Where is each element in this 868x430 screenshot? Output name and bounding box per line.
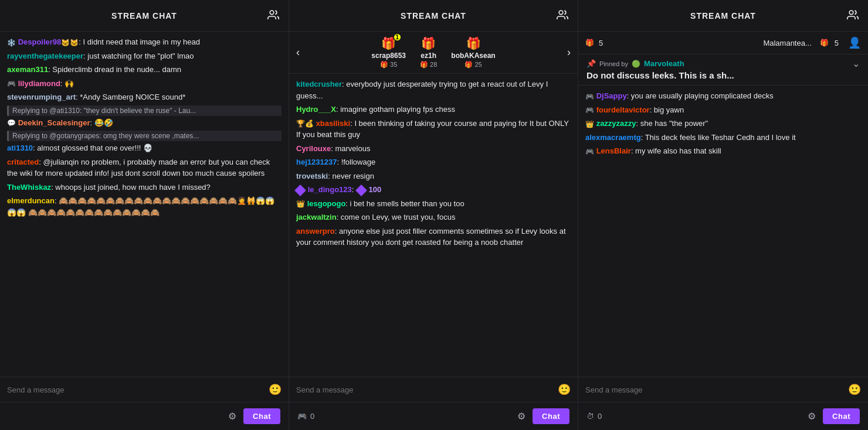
list-item: kitedcrusher: everybody just desperately…	[296, 79, 571, 101]
emoji-icon[interactable]: 🙂	[269, 383, 282, 396]
username[interactable]: Despoiler98	[18, 37, 62, 46]
message-input[interactable]	[296, 385, 553, 394]
username[interactable]: alexmacraemtg	[585, 133, 641, 142]
message-input[interactable]	[7, 385, 264, 394]
username[interactable]: fourdeltavictor	[596, 105, 650, 114]
panel2-footer: 🎮 0 ⚙ Chat	[289, 402, 578, 430]
list-item: hej1231237: !followage	[296, 156, 571, 168]
panel3-input-area: 🙂	[578, 377, 868, 402]
username[interactable]: xbasiliski	[316, 119, 351, 128]
username[interactable]: Hydro___X	[296, 105, 336, 114]
emoji-icon[interactable]: 🙂	[848, 383, 861, 396]
username[interactable]: lilydiamond	[18, 79, 60, 88]
panel2-input-area: 🙂	[289, 377, 578, 402]
chat-header-3: STREAM CHAT	[578, 0, 868, 32]
users-icon[interactable]	[847, 9, 859, 22]
gear-icon[interactable]: ⚙	[228, 411, 236, 422]
list-item: elmerduncan: 🙈🙈🙈🙈🙈🙈🙈🙈🙈🙈🙈🙈🙈🙈🙈🙈🙈🙈🙈🤦🙀😱😱😱😱 🙈…	[7, 195, 282, 218]
username[interactable]: Deekin_Scalesinger	[18, 118, 90, 127]
list-item: rayventhegatekeeper: just watching for t…	[7, 50, 282, 62]
username[interactable]: trovetski	[296, 172, 328, 180]
sub-name: Malamanteа...	[763, 39, 811, 47]
username[interactable]: stevenrumping_art	[7, 93, 76, 101]
sub-item-scrap: 🎁1 scrap8653 🎁 35	[371, 36, 406, 69]
timer-icon: ⏱	[586, 412, 594, 421]
panel2-title: STREAM CHAT	[401, 11, 466, 21]
panel1-messages: ❄️ Despoiler98🐱🐱: I didnt need that imag…	[0, 32, 289, 377]
next-arrow-button[interactable]: ›	[567, 46, 571, 59]
chat-panel-3: STREAM CHAT 🎁 5 Malamanteа... 🎁 5 👤 📌 Pi…	[578, 0, 868, 430]
emoji-icon[interactable]: 🙂	[558, 383, 571, 396]
list-item: 🎮 lilydiamond: 🙌	[7, 78, 282, 90]
chat-panel-2: STREAM CHAT ‹ 🎁1 scrap8653 🎁 35 🎁 ez1h 🎁…	[289, 0, 578, 430]
users-icon[interactable]	[557, 9, 568, 22]
chat-header-1: STREAM CHAT	[0, 0, 289, 32]
username[interactable]: TheWhiskaz	[7, 183, 51, 192]
username[interactable]: lesgopogo	[307, 199, 346, 208]
list-item: critacted: @julianqin no problem, i prob…	[7, 156, 282, 179]
username[interactable]: LensBlair	[596, 146, 631, 155]
username[interactable]: rayventhegatekeeper	[7, 52, 83, 60]
cheer-icon: 🎮	[297, 412, 307, 421]
panel2-sub-bar: ‹ 🎁1 scrap8653 🎁 35 🎁 ez1h 🎁 28 🎁 bobAKA…	[289, 32, 578, 74]
username[interactable]: ati1310	[7, 144, 33, 152]
panel1-footer: ⚙ Chat	[0, 402, 289, 430]
list-item: ❄️ Despoiler98🐱🐱: I didnt need that imag…	[7, 36, 282, 48]
users-icon[interactable]	[267, 9, 279, 22]
list-item: 👑 zazzyzazzy: she has "the power"	[585, 118, 861, 129]
username[interactable]: answerpro	[296, 227, 335, 236]
timer-count: 0	[598, 412, 602, 421]
list-item: TheWhiskaz: whoops just joined, how much…	[7, 182, 282, 193]
panel1-title: STREAM CHAT	[111, 11, 177, 21]
list-item: Hydro___X: imagine gotham playing fps ch…	[296, 104, 571, 115]
diamond-badge	[294, 185, 306, 196]
sub-item-bob: 🎁 bobAKAsean 🎁 25	[451, 36, 495, 69]
svg-point-2	[849, 11, 853, 15]
sub-item-ez1h: 🎁 ez1h 🎁 28	[420, 36, 437, 69]
list-item: axeman311: Spiderclimb dread in the nude…	[7, 64, 282, 76]
username[interactable]: elmerduncan	[7, 196, 55, 205]
chat-panel-1: STREAM CHAT ❄️ Despoiler98🐱🐱: I didnt ne…	[0, 0, 289, 430]
list-item: alexmacraemtg: This deck feels like Tesh…	[585, 132, 861, 144]
panel3-messages: 🎮 DjSappy: you are usually playing compl…	[578, 86, 868, 377]
username[interactable]: zazzyzazzy	[596, 119, 636, 128]
chat-button[interactable]: Chat	[823, 408, 860, 424]
username[interactable]: kitedcrusher	[296, 80, 342, 88]
username[interactable]: hej1231237	[296, 158, 337, 166]
username[interactable]: critacted	[7, 158, 39, 166]
panel2-messages: kitedcrusher: everybody just desperately…	[289, 74, 578, 377]
gear-icon[interactable]: ⚙	[808, 411, 816, 422]
username[interactable]: le_dingo123	[308, 185, 352, 194]
chat-button[interactable]: Chat	[243, 408, 280, 424]
message-input[interactable]	[585, 385, 843, 394]
user3-icon: 👤	[848, 36, 861, 49]
list-item: answerpro: anyone else just post filler …	[296, 226, 571, 248]
panel3-title: STREAM CHAT	[690, 11, 756, 21]
panel3-sub-bar: 🎁 5 Malamanteа... 🎁 5 👤	[578, 32, 868, 54]
pinned-by-username: Marvoleath	[644, 59, 684, 68]
pinned-by-label: Pinned by	[599, 60, 628, 67]
list-item: Cyrilouxe: marvelous	[296, 143, 571, 155]
panel1-input-area: 🙂	[0, 377, 289, 402]
pinned-text: Do not discuss leeks. This is a sh...	[586, 70, 860, 85]
username[interactable]: axeman311	[7, 65, 48, 74]
list-item: trovetski: never resign	[296, 170, 571, 182]
chat-header-2: STREAM CHAT	[289, 0, 578, 32]
chat-button[interactable]: Chat	[533, 408, 569, 424]
username[interactable]: jackwaltzin	[296, 213, 337, 221]
gift-count-left: 5	[599, 39, 603, 47]
svg-point-1	[559, 11, 563, 15]
pin-icon: 📌	[586, 59, 596, 68]
list-item: 🎮 fourdeltavictor: big yawn	[585, 104, 861, 116]
gift-count-right: 5	[835, 39, 839, 47]
list-item: 🎮 LensBlair: my wife also has that skill	[585, 145, 861, 157]
pinned-by-user-icon: 🟢	[632, 60, 640, 68]
list-item: stevenrumping_art: *Andy Samberg NOICE s…	[7, 91, 282, 103]
list-item: le_dingo123: 100	[296, 184, 571, 196]
svg-point-0	[270, 11, 274, 15]
username[interactable]: DjSappy	[596, 91, 627, 100]
gear-icon[interactable]: ⚙	[517, 411, 525, 422]
list-item: 🎮 DjSappy: you are usually playing compl…	[585, 90, 861, 102]
chevron-down-icon[interactable]: ⌄	[852, 58, 860, 69]
username[interactable]: Cyrilouxe	[296, 144, 331, 153]
